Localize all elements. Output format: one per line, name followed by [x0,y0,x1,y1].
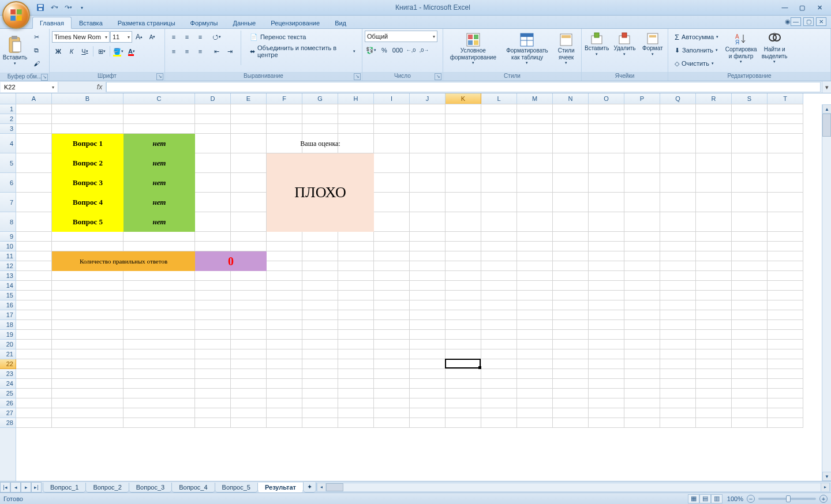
page-layout-view-button[interactable]: ▤ [699,494,711,503]
number-format-combo[interactable]: Общий▾ [365,31,437,42]
font-color-button[interactable]: A▾ [125,45,138,58]
find-select-button[interactable]: Найти и выделить▾ [759,31,789,66]
minimize-button[interactable]: — [778,2,792,13]
sheet-tab-Вопрос_5[interactable]: Вопрос_5 [215,483,258,492]
row-header-4[interactable]: 4 [0,134,16,153]
decrease-indent-button[interactable]: ⇤ [210,45,223,58]
formula-input[interactable] [106,82,821,92]
column-header-Q[interactable]: Q [660,93,696,104]
column-header-M[interactable]: M [517,93,553,104]
increase-decimal-button[interactable]: ←,0 [405,44,417,57]
row-header-15[interactable]: 15 [0,291,16,300]
office-button[interactable] [2,1,30,29]
sheet-nav-next[interactable]: ▸ [21,482,31,492]
name-box[interactable]: K22▾ [1,82,58,92]
vertical-scrollbar[interactable]: ▲ ▼ [822,104,831,481]
font-name-combo[interactable]: Times New Rom▾ [52,31,110,43]
sheet-nav-first[interactable]: |◂ [0,482,10,492]
column-header-N[interactable]: N [553,93,589,104]
sheet-tab-Вопрос_2[interactable]: Вопрос_2 [85,483,129,492]
row-header-3[interactable]: 3 [0,124,16,134]
sheet-tab-Вопрос_3[interactable]: Вопрос_3 [129,483,172,492]
tab-review[interactable]: Рецензирование [263,17,327,28]
tab-formulas[interactable]: Формулы [183,17,226,28]
active-cell[interactable] [445,359,481,368]
row-header-1[interactable]: 1 [0,104,16,114]
row-header-17[interactable]: 17 [0,310,16,320]
row-header-6[interactable]: 6 [0,173,16,193]
zoom-level[interactable]: 100% [727,495,743,502]
tab-pagelayout[interactable]: Разметка страницы [110,17,183,28]
sheet-tab-Результат[interactable]: Результат [257,483,304,492]
row-header-28[interactable]: 28 [0,418,16,428]
accounting-button[interactable]: 💱▾ [365,44,377,57]
grow-font-button[interactable]: A▴ [133,31,145,43]
align-top-button[interactable]: ≡ [167,31,180,43]
row-header-23[interactable]: 23 [0,369,16,379]
column-header-I[interactable]: I [374,93,410,104]
row-header-20[interactable]: 20 [0,340,16,349]
conditional-formatting-button[interactable]: Условное форматирование▾ [447,31,500,67]
scroll-left-button[interactable]: ◂ [317,483,326,492]
worksheet-grid[interactable]: 1234567891011121314151617181920212223242… [0,93,831,481]
new-sheet-button[interactable]: ✦ [303,482,316,492]
row-header-26[interactable]: 26 [0,398,16,408]
column-header-R[interactable]: R [696,93,732,104]
redo-button[interactable]: ↷▾ [62,2,74,13]
row-header-2[interactable]: 2 [0,114,16,124]
row-header-21[interactable]: 21 [0,349,16,359]
fill-color-button[interactable]: 🪣▾ [112,45,125,58]
column-header-O[interactable]: O [589,93,624,104]
alignment-launcher[interactable]: ↘ [354,73,361,80]
row-header-24[interactable]: 24 [0,379,16,389]
column-header-B[interactable]: B [52,93,123,104]
column-header-C[interactable]: C [123,93,195,104]
tab-data[interactable]: Данные [225,17,263,28]
ribbon-close-button[interactable]: ✕ [816,17,826,26]
row-header-27[interactable]: 27 [0,408,16,418]
underline-button[interactable]: Ч▾ [78,45,91,58]
delete-cells-button[interactable]: Удалить▾ [612,31,637,58]
qat-customize[interactable]: ▾ [76,2,88,13]
row-header-7[interactable]: 7 [0,193,16,212]
align-center-button[interactable]: ≡ [181,45,193,58]
tab-view[interactable]: Вид [327,17,354,28]
insert-cells-button[interactable]: Вставить▾ [584,31,609,58]
horizontal-scrollbar[interactable]: ◂ ▸ [316,483,830,492]
insert-function-button[interactable]: fx [93,82,106,92]
autosum-button[interactable]: ΣАвтосумма▾ [671,31,723,43]
row-header-11[interactable]: 11 [0,251,16,261]
column-header-F[interactable]: F [267,93,302,104]
align-left-button[interactable]: ≡ [167,45,180,58]
format-as-table-button[interactable]: Форматировать как таблицу▾ [504,31,550,67]
format-cells-button[interactable]: Формат▾ [640,31,665,58]
row-header-19[interactable]: 19 [0,330,16,340]
sort-filter-button[interactable]: АЯСортировка и фильтр▾ [725,31,757,66]
column-header-J[interactable]: J [410,93,446,104]
row-header-13[interactable]: 13 [0,271,16,281]
sheet-tab-Вопрос_1[interactable]: Вопрос_1 [43,483,86,492]
wrap-text-button[interactable]: 📄Перенос текста [246,31,360,43]
tab-home[interactable]: Главная [32,17,72,29]
save-button[interactable] [35,2,46,13]
help-button[interactable]: ◉ [785,18,791,25]
zoom-in-button[interactable]: + [819,495,828,503]
align-right-button[interactable]: ≡ [194,45,207,58]
sheet-nav-last[interactable]: ▸| [31,482,42,492]
align-bottom-button[interactable]: ≡ [194,31,207,43]
column-header-A[interactable]: A [16,93,52,104]
scroll-up-button[interactable]: ▲ [822,104,831,114]
font-launcher[interactable]: ↘ [156,73,163,80]
row-header-10[interactable]: 10 [0,242,16,251]
page-break-view-button[interactable]: ▥ [711,494,723,503]
sheet-nav-prev[interactable]: ◂ [10,482,21,492]
column-header-D[interactable]: D [195,93,231,104]
borders-button[interactable]: ⊞▾ [95,45,108,58]
copy-button[interactable]: ⧉ [30,44,43,57]
row-header-14[interactable]: 14 [0,281,16,291]
cut-button[interactable]: ✂ [30,31,43,43]
row-header-16[interactable]: 16 [0,300,16,310]
row-header-5[interactable]: 5 [0,153,16,173]
column-header-G[interactable]: G [302,93,338,104]
close-button[interactable]: ✕ [813,2,826,13]
